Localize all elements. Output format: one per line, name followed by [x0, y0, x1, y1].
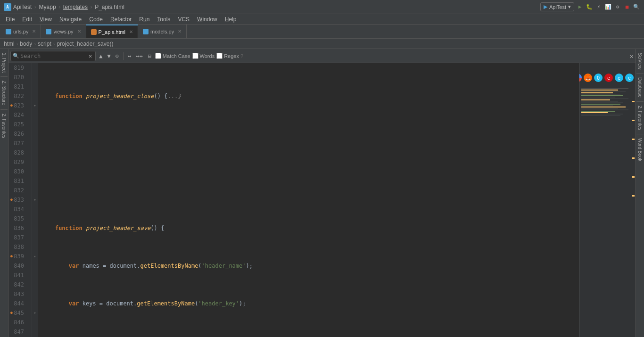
breadcrumb-function[interactable]: project_header_save()	[57, 41, 113, 47]
code-line-819: function project_header_close() {...}	[41, 91, 575, 101]
code-content[interactable]: function project_header_close() {...} fu…	[38, 63, 579, 337]
collapse-833[interactable]: ▾	[32, 195, 38, 205]
menu-tools[interactable]: Tools	[153, 15, 174, 24]
search-icon: 🔍	[13, 53, 19, 59]
ln-834: 834	[8, 205, 28, 214]
run-button[interactable]: ▶	[576, 3, 584, 11]
match-case-option[interactable]: Match Case	[155, 53, 190, 59]
prev-match-button[interactable]: ▲	[98, 52, 104, 60]
ln-843: 843	[8, 289, 28, 299]
search-bar: 🔍 ✕ ▲ ▼ ⊙ ↔ ↔↔ ⊟ Match Case Words	[8, 49, 636, 63]
search-clear[interactable]: ✕	[87, 52, 93, 60]
ln-839: 839	[8, 252, 28, 261]
regex-checkbox[interactable]	[216, 53, 223, 59]
chrome-icon[interactable]	[579, 74, 582, 82]
filter-button[interactable]: ⊟	[146, 52, 153, 60]
run-config-label: ApiTest	[549, 4, 566, 10]
search-everywhere-button[interactable]: 🔍	[633, 3, 640, 11]
ln-842: 842	[8, 280, 28, 289]
ln-829: 829	[8, 157, 28, 167]
tab-p-apis-html[interactable]: P_apis.html ✕	[86, 25, 138, 38]
search-input-wrap: 🔍 ✕	[10, 51, 96, 61]
search-close-button[interactable]: ✕	[630, 52, 634, 60]
regex-option[interactable]: Regex ?	[216, 53, 243, 59]
file-name: P_apis.html	[95, 4, 124, 10]
regex-help-icon[interactable]: ?	[240, 53, 243, 59]
replace-toggle[interactable]: ↔	[126, 52, 132, 60]
tab-icon-urls	[6, 29, 11, 34]
tab-close-urls[interactable]: ✕	[32, 29, 36, 34]
ln-838: 838	[8, 242, 28, 252]
folder-name[interactable]: templates	[63, 4, 88, 10]
menu-view[interactable]: View	[36, 15, 56, 24]
ln-821: 821	[8, 82, 28, 91]
next-match-button[interactable]: ▼	[106, 52, 112, 60]
collapse-823[interactable]: ▾	[32, 101, 38, 110]
words-option[interactable]: Words	[192, 53, 215, 59]
ln-845: 845	[8, 308, 28, 318]
edge2-icon[interactable]: e	[625, 74, 634, 82]
menu-refactor[interactable]: Refactor	[107, 15, 135, 24]
stop-button[interactable]: ■	[623, 3, 631, 11]
menu-code[interactable]: Code	[85, 15, 107, 24]
tab-models-py[interactable]: models.py ✕	[138, 25, 187, 38]
collapse-839[interactable]: ▾	[32, 252, 38, 261]
menu-navigate[interactable]: Navigate	[56, 15, 85, 24]
right-tab-favorites[interactable]: 2: Favorites	[636, 102, 644, 134]
title-bar: A ApiTest › Myapp › templates › P_apis.h…	[0, 0, 644, 14]
firefox-icon[interactable]: 🦊	[584, 74, 592, 82]
right-tab-database[interactable]: Database	[636, 74, 644, 102]
main-area: 1: Project Z: Structure 2: Favorites 🔍 ✕…	[0, 49, 644, 337]
coverage-button[interactable]: ⚡	[595, 3, 603, 11]
ln-844: 844	[8, 299, 28, 308]
words-checkbox[interactable]	[192, 53, 198, 59]
tab-close-p-apis[interactable]: ✕	[129, 29, 133, 34]
settings-button[interactable]: ⚙	[614, 3, 621, 11]
menu-run[interactable]: Run	[135, 15, 153, 24]
menu-edit[interactable]: Edit	[18, 15, 36, 24]
app-icon: A	[4, 3, 11, 11]
code-line-821	[41, 157, 575, 167]
code-line-825: var keys = document.getElementsByName('h…	[41, 299, 575, 308]
menu-vcs[interactable]: VCS	[174, 15, 193, 24]
breadcrumb-body[interactable]: body	[20, 41, 32, 47]
minimap-marker-2	[632, 120, 635, 121]
match-case-checkbox[interactable]	[155, 53, 161, 59]
edge-icon[interactable]: e	[615, 74, 623, 82]
left-tab-favorites[interactable]: 2: Favorites	[0, 110, 8, 142]
editor-container: 🔍 ✕ ▲ ▼ ⊙ ↔ ↔↔ ⊟ Match Case Words	[8, 49, 636, 337]
tab-icon-views	[46, 29, 51, 34]
find-usages-button[interactable]: ⊙	[114, 52, 120, 60]
tab-close-models[interactable]: ✕	[178, 29, 182, 34]
search-input[interactable]	[20, 53, 86, 59]
profile-button[interactable]: 📊	[604, 3, 612, 11]
project-name: Myapp	[39, 4, 56, 10]
left-tab-project[interactable]: 1: Project	[0, 49, 8, 77]
menu-help[interactable]: Help	[221, 15, 240, 24]
ie-icon[interactable]: e	[604, 74, 613, 82]
tab-views-py[interactable]: views.py ✕	[41, 25, 86, 38]
tab-close-views[interactable]: ✕	[77, 29, 81, 34]
ln-832: 832	[8, 186, 28, 195]
collapse-845[interactable]: ▾	[32, 308, 38, 318]
tab-label-views: views.py	[53, 29, 73, 34]
right-tab-sciview[interactable]: SciView	[636, 49, 644, 74]
title-bar-right: ▶ ApiTest ▾ ▶ 🐛 ⚡ 📊 ⚙ ■ 🔍	[540, 2, 640, 11]
line-numbers: 819 820 821 822 823 824 825 826 827 828 …	[8, 63, 32, 337]
opera-icon[interactable]: O	[594, 74, 603, 82]
menu-window[interactable]: Window	[193, 15, 221, 24]
left-tab-structure[interactable]: Z: Structure	[0, 77, 8, 109]
right-tab-wordbook[interactable]: Word Book	[636, 134, 644, 165]
tab-urls-py[interactable]: urls.py ✕	[1, 25, 41, 38]
regex-label: Regex	[224, 53, 239, 59]
run-config-dropdown[interactable]: ▶ ApiTest ▾	[540, 2, 574, 11]
menu-file[interactable]: File	[2, 15, 18, 24]
code-line-822	[41, 186, 575, 195]
ln-833: 833	[8, 195, 28, 205]
breadcrumb-script[interactable]: script	[38, 41, 51, 47]
breadcrumb-html[interactable]: html	[4, 41, 15, 47]
tabs-bar: urls.py ✕ views.py ✕ P_apis.html ✕ model…	[0, 25, 644, 39]
debug-button[interactable]: 🐛	[586, 3, 593, 11]
replace-all[interactable]: ↔↔	[134, 52, 144, 60]
code-area[interactable]: 819 820 821 822 823 824 825 826 827 828 …	[8, 63, 636, 337]
